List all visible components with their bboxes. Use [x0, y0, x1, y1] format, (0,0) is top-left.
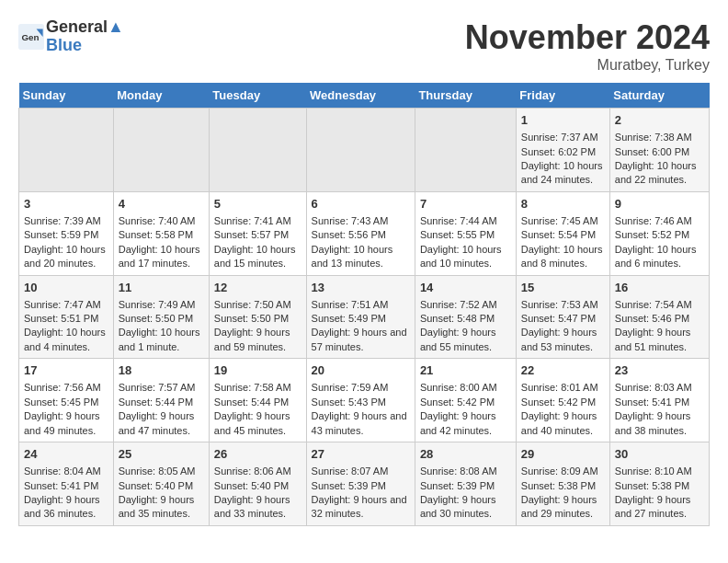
day-info: Daylight: 9 hours and 27 minutes.	[615, 493, 704, 522]
table-row: 28Sunrise: 8:08 AMSunset: 5:39 PMDayligh…	[415, 442, 516, 526]
day-info: Sunset: 5:52 PM	[615, 228, 704, 242]
day-info: Sunset: 5:39 PM	[312, 479, 410, 493]
day-info: Sunrise: 7:38 AM	[615, 131, 704, 144]
day-number: 24	[24, 446, 108, 463]
logo: Gen General▲ Blue	[18, 18, 124, 55]
calendar-week-row: 24Sunrise: 8:04 AMSunset: 5:41 PMDayligh…	[19, 442, 710, 526]
table-row: 23Sunrise: 8:03 AMSunset: 5:41 PMDayligh…	[609, 359, 709, 442]
table-row: 22Sunrise: 8:01 AMSunset: 5:42 PMDayligh…	[516, 359, 609, 442]
day-info: Daylight: 10 hours and 17 minutes.	[119, 243, 204, 271]
day-info: Daylight: 9 hours and 30 minutes.	[420, 493, 511, 522]
day-info: Sunrise: 8:09 AM	[521, 465, 605, 478]
day-info: Daylight: 10 hours and 1 minute.	[119, 326, 204, 354]
calendar-week-row: 17Sunrise: 7:56 AMSunset: 5:45 PMDayligh…	[19, 359, 710, 442]
col-friday: Friday	[516, 83, 609, 109]
day-info: Sunrise: 8:04 AM	[24, 465, 108, 478]
page-header: Gen General▲ Blue November 2024 Muratbey…	[18, 18, 710, 74]
day-number: 8	[521, 196, 605, 213]
day-number: 9	[615, 196, 704, 213]
logo-icon: Gen	[18, 24, 44, 50]
day-info: Daylight: 9 hours and 49 minutes.	[24, 409, 108, 438]
calendar-table: Sunday Monday Tuesday Wednesday Thursday…	[18, 83, 710, 526]
day-number: 4	[119, 196, 204, 213]
day-info: Sunrise: 8:00 AM	[420, 381, 511, 395]
calendar-week-row: 3Sunrise: 7:39 AMSunset: 5:59 PMDaylight…	[19, 191, 710, 275]
table-row: 20Sunrise: 7:59 AMSunset: 5:43 PMDayligh…	[306, 359, 415, 442]
day-info: Daylight: 9 hours and 38 minutes.	[615, 409, 704, 438]
day-info: Daylight: 9 hours and 47 minutes.	[119, 409, 204, 438]
calendar-week-row: 1Sunrise: 7:37 AMSunset: 6:02 PMDaylight…	[19, 109, 710, 192]
day-info: Sunset: 5:41 PM	[615, 396, 704, 409]
day-info: Daylight: 10 hours and 8 minutes.	[521, 243, 605, 271]
day-number: 14	[420, 280, 511, 296]
day-info: Sunset: 5:45 PM	[24, 396, 108, 409]
day-info: Daylight: 9 hours and 43 minutes.	[312, 409, 410, 438]
table-row: 16Sunrise: 7:54 AMSunset: 5:46 PMDayligh…	[609, 275, 709, 359]
day-number: 23	[615, 362, 704, 379]
day-info: Daylight: 10 hours and 15 minutes.	[214, 243, 301, 271]
day-info: Sunrise: 7:44 AM	[420, 214, 511, 228]
day-number: 19	[214, 362, 301, 379]
day-number: 17	[24, 362, 108, 379]
day-info: Daylight: 9 hours and 42 minutes.	[420, 409, 511, 438]
day-info: Daylight: 9 hours and 59 minutes.	[214, 326, 301, 354]
day-info: Sunrise: 7:46 AM	[615, 214, 704, 228]
day-info: Sunrise: 7:39 AM	[24, 214, 108, 228]
day-info: Sunset: 5:38 PM	[615, 479, 704, 493]
day-info: Sunrise: 7:47 AM	[24, 298, 108, 312]
day-number: 26	[214, 446, 301, 463]
table-row: 30Sunrise: 8:10 AMSunset: 5:38 PMDayligh…	[609, 442, 709, 526]
table-row: 21Sunrise: 8:00 AMSunset: 5:42 PMDayligh…	[415, 359, 516, 442]
logo-line1: General	[46, 17, 108, 36]
calendar-week-row: 10Sunrise: 7:47 AMSunset: 5:51 PMDayligh…	[19, 275, 710, 359]
day-info: Daylight: 10 hours and 4 minutes.	[24, 326, 108, 354]
day-number: 25	[119, 446, 204, 463]
day-info: Sunset: 5:49 PM	[312, 312, 410, 326]
day-info: Daylight: 9 hours and 51 minutes.	[615, 326, 704, 354]
col-monday: Monday	[113, 83, 209, 109]
day-info: Sunrise: 8:10 AM	[615, 465, 704, 478]
table-row: 19Sunrise: 7:58 AMSunset: 5:44 PMDayligh…	[209, 359, 306, 442]
table-row	[113, 109, 209, 192]
day-info: Sunrise: 7:41 AM	[214, 214, 301, 228]
day-number: 12	[214, 280, 301, 296]
logo-triangle: ▲	[108, 17, 124, 36]
day-info: Sunset: 6:00 PM	[615, 145, 704, 159]
day-number: 1	[521, 112, 605, 129]
day-info: Sunset: 5:57 PM	[214, 228, 301, 242]
day-info: Daylight: 10 hours and 6 minutes.	[615, 243, 704, 271]
table-row: 14Sunrise: 7:52 AMSunset: 5:48 PMDayligh…	[415, 275, 516, 359]
day-number: 15	[521, 280, 605, 296]
table-row	[209, 109, 306, 192]
day-info: Daylight: 10 hours and 24 minutes.	[521, 159, 605, 188]
table-row: 3Sunrise: 7:39 AMSunset: 5:59 PMDaylight…	[19, 191, 114, 275]
table-row: 27Sunrise: 8:07 AMSunset: 5:39 PMDayligh…	[306, 442, 415, 526]
col-wednesday: Wednesday	[306, 83, 415, 109]
day-number: 28	[420, 446, 511, 463]
day-info: Sunrise: 7:50 AM	[214, 298, 301, 312]
day-info: Sunrise: 7:49 AM	[119, 298, 204, 312]
col-sunday: Sunday	[19, 83, 114, 109]
table-row: 1Sunrise: 7:37 AMSunset: 6:02 PMDaylight…	[516, 109, 609, 192]
day-number: 10	[24, 280, 108, 296]
day-info: Sunset: 5:56 PM	[312, 228, 410, 242]
day-number: 18	[119, 362, 204, 379]
table-row: 15Sunrise: 7:53 AMSunset: 5:47 PMDayligh…	[516, 275, 609, 359]
day-number: 11	[119, 280, 204, 296]
day-number: 21	[420, 362, 511, 379]
day-number: 20	[312, 362, 410, 379]
day-info: Sunset: 5:50 PM	[119, 312, 204, 326]
day-info: Sunrise: 7:54 AM	[615, 298, 704, 312]
location: Muratbey, Turkey	[465, 57, 710, 74]
day-info: Sunset: 5:42 PM	[420, 396, 511, 409]
day-info: Sunrise: 8:05 AM	[119, 465, 204, 478]
day-number: 13	[312, 280, 410, 296]
day-number: 27	[312, 446, 410, 463]
day-info: Daylight: 10 hours and 20 minutes.	[24, 243, 108, 271]
day-info: Sunrise: 7:58 AM	[214, 381, 301, 395]
day-info: Daylight: 9 hours and 29 minutes.	[521, 493, 605, 522]
day-info: Sunset: 5:47 PM	[521, 312, 605, 326]
day-info: Sunrise: 7:56 AM	[24, 381, 108, 395]
day-info: Sunset: 5:44 PM	[214, 396, 301, 409]
day-info: Daylight: 10 hours and 10 minutes.	[420, 243, 511, 271]
